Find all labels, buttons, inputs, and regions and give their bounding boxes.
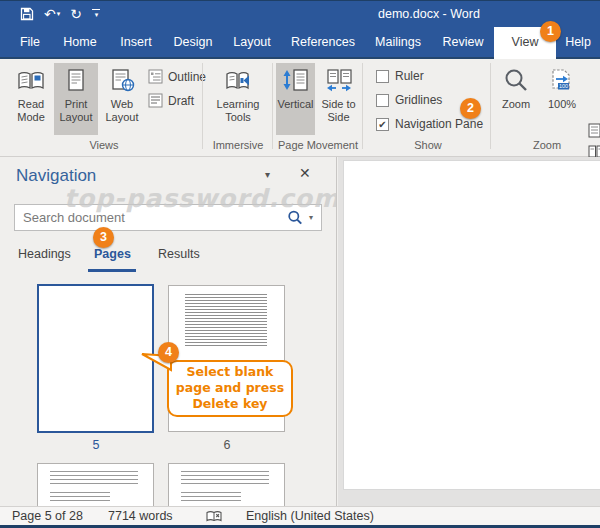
callout-text-line-2: page and press (170, 380, 290, 396)
page-number-6: 6 (167, 438, 287, 452)
read-mode-button[interactable]: Read Mode (10, 63, 52, 135)
vertical-scrolling-icon (282, 68, 310, 94)
gridlines-label: Gridlines (395, 93, 442, 107)
gridlines-checkbox[interactable]: Gridlines (376, 93, 442, 107)
tab-file[interactable]: File (8, 27, 52, 59)
undo-icon[interactable]: ↶▾ (44, 7, 60, 21)
draft-label: Draft (168, 94, 194, 108)
gridlines-checkbox-box[interactable] (376, 94, 389, 107)
main-area: Navigation ▾ ✕ ▾ top-password.com Headin… (0, 157, 600, 506)
tab-mailings[interactable]: Mailings (364, 27, 432, 59)
tab-insert[interactable]: Insert (108, 27, 164, 59)
status-word-count[interactable]: 7714 words (108, 507, 173, 525)
vertical-button[interactable]: Vertical (276, 63, 315, 135)
search-options-caret-icon[interactable]: ▾ (303, 213, 321, 222)
web-layout-icon (107, 68, 137, 94)
side-to-side-button[interactable]: Side to Side (317, 63, 360, 135)
navigation-pane: Navigation ▾ ✕ ▾ top-password.com Headin… (0, 157, 337, 506)
learning-tools-label: Learning Tools (209, 98, 267, 124)
callout-text-line-3: Delete key (170, 396, 290, 412)
ribbon-group-views: Read Mode Print Layout (8, 59, 200, 156)
outline-button[interactable]: Outline (148, 69, 206, 84)
web-layout-button[interactable]: Web Layout (100, 63, 144, 135)
immersive-group-label: Immersive (206, 139, 270, 151)
tab-pages[interactable]: Pages (94, 247, 131, 261)
navigation-tabs: Headings Pages Results (0, 245, 337, 273)
ribbon-tab-row: File Home Insert Design Layout Reference… (0, 27, 600, 59)
document-blank-page[interactable] (343, 160, 600, 490)
group-separator (362, 63, 363, 149)
pages-tab-underline (88, 269, 136, 272)
zoom-button[interactable]: Zoom (494, 63, 538, 135)
tab-results[interactable]: Results (158, 247, 200, 261)
group-separator (272, 63, 273, 149)
status-bar: Page 5 of 28 7714 words English (United … (0, 506, 600, 525)
step-badge-3: 3 (93, 227, 114, 248)
page-thumbnail-7[interactable] (37, 463, 154, 506)
navigation-pane-close-icon[interactable]: ✕ (299, 165, 311, 181)
checkmark-icon[interactable]: ✔ (376, 118, 389, 131)
customize-quick-access-toolbar-icon[interactable]: ▾ (92, 9, 100, 19)
callout-text-line-1: Select blank (170, 364, 290, 380)
ruler-checkbox[interactable]: Ruler (376, 69, 424, 83)
navigation-pane-options-icon[interactable]: ▾ (265, 169, 270, 180)
learning-tools-icon (223, 68, 253, 94)
ruler-checkbox-box[interactable] (376, 70, 389, 83)
tab-headings[interactable]: Headings (18, 247, 71, 261)
search-input[interactable] (15, 210, 287, 225)
window-title: demo.docx - Word (378, 1, 480, 27)
tab-review[interactable]: Review (432, 27, 494, 59)
step-badge-4: 4 (158, 342, 179, 363)
print-layout-button[interactable]: Print Layout (54, 63, 98, 135)
read-mode-icon (16, 68, 46, 94)
navigation-pane-label: Navigation Pane (395, 117, 483, 131)
tab-layout[interactable]: Layout (222, 27, 282, 59)
outline-label: Outline (168, 70, 206, 84)
search-box[interactable]: ▾ (14, 204, 322, 231)
redo-icon[interactable]: ↻ (70, 7, 82, 21)
tab-design[interactable]: Design (164, 27, 222, 59)
one-page-icon[interactable] (588, 123, 600, 138)
ribbon-group-zoom: Zoom 100 100% Zoom (494, 59, 600, 156)
search-icon[interactable] (287, 210, 303, 226)
quick-access-toolbar: ↶▾ ↻ ▾ (20, 1, 100, 27)
draft-icon (148, 93, 163, 108)
tab-references[interactable]: References (282, 27, 364, 59)
status-language[interactable]: English (United States) (246, 507, 374, 525)
zoom-100-button[interactable]: 100 100% (540, 63, 584, 135)
save-icon[interactable] (20, 7, 34, 21)
page-movement-group-label: Page Movement (276, 139, 360, 151)
page-thumbnail-5[interactable] (37, 284, 154, 433)
print-layout-label: Print Layout (54, 98, 98, 124)
thumbnail-6-content (185, 294, 267, 346)
side-to-side-label: Side to Side (317, 98, 360, 124)
thumbnail-7-content-2 (50, 492, 110, 502)
zoom-group-label: Zoom (494, 139, 600, 151)
tab-home[interactable]: Home (52, 27, 108, 59)
print-layout-icon (61, 68, 91, 94)
thumbnail-8-content (181, 471, 269, 487)
zoom-100-icon: 100 (548, 68, 576, 94)
svg-text:100: 100 (559, 83, 568, 89)
word-window: ↶▾ ↻ ▾ demo.docx - Word File Home Insert… (0, 0, 600, 528)
title-bar: ↶▾ ↻ ▾ demo.docx - Word (0, 1, 600, 27)
page-thumbnail-8[interactable] (168, 463, 285, 506)
group-separator (202, 63, 203, 149)
step-badge-2: 2 (460, 98, 481, 119)
vertical-label: Vertical (277, 98, 313, 111)
show-group-label: Show (368, 139, 488, 151)
ruler-label: Ruler (395, 69, 424, 83)
thumbnail-7-content (50, 471, 138, 487)
callout-bubble: Select blank page and press Delete key (167, 360, 293, 417)
group-separator (490, 63, 491, 149)
ribbon-group-immersive: Learning Tools Immersive (206, 59, 270, 156)
zoom-100-label: 100% (548, 98, 576, 111)
web-layout-label: Web Layout (100, 98, 144, 124)
learning-tools-button[interactable]: Learning Tools (209, 63, 267, 135)
tab-help[interactable]: Help (556, 27, 600, 59)
ribbon: Read Mode Print Layout (0, 59, 600, 157)
draft-button[interactable]: Draft (148, 93, 194, 108)
navigation-pane-checkbox[interactable]: ✔ Navigation Pane (376, 117, 483, 131)
status-page-count[interactable]: Page 5 of 28 (12, 507, 83, 525)
navigation-pane-title: Navigation (16, 166, 96, 186)
